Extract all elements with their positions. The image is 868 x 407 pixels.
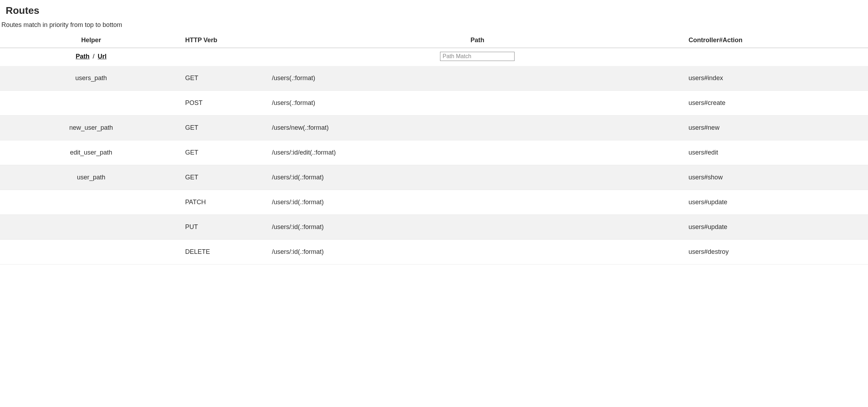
route-helper: user_path — [0, 165, 182, 190]
route-action: users#index — [686, 66, 868, 91]
helper-toggle-url-link[interactable]: Url — [98, 53, 106, 60]
column-header-path: Path — [269, 33, 686, 48]
routes-table: Helper HTTP Verb Path Controller#Action … — [0, 33, 868, 264]
route-helper — [0, 240, 182, 264]
route-verb: PATCH — [182, 190, 269, 215]
route-action: users#new — [686, 116, 868, 140]
route-path: /users/:id(.:format) — [269, 165, 686, 190]
route-helper — [0, 215, 182, 240]
route-verb: PUT — [182, 215, 269, 240]
route-path: /users/:id(.:format) — [269, 190, 686, 215]
path-match-input[interactable] — [440, 52, 515, 61]
column-header-helper: Helper — [0, 33, 182, 48]
route-path: /users/:id(.:format) — [269, 215, 686, 240]
route-action: users#edit — [686, 140, 868, 165]
route-helper: users_path — [0, 66, 182, 91]
route-action: users#update — [686, 190, 868, 215]
helper-toggle-path-link[interactable]: Path — [76, 53, 89, 60]
route-row: POST/users(.:format)users#create — [0, 91, 868, 116]
route-action: users#update — [686, 215, 868, 240]
table-header-row: Helper HTTP Verb Path Controller#Action — [0, 33, 868, 48]
route-action: users#destroy — [686, 240, 868, 264]
route-row: new_user_pathGET/users/new(.:format)user… — [0, 116, 868, 140]
route-verb: GET — [182, 116, 269, 140]
route-row: PATCH/users/:id(.:format)users#update — [0, 190, 868, 215]
route-path: /users(.:format) — [269, 91, 686, 116]
route-row: user_pathGET/users/:id(.:format)users#sh… — [0, 165, 868, 190]
route-path: /users/new(.:format) — [269, 116, 686, 140]
page-subtitle: Routes match in priority from top to bot… — [0, 20, 868, 33]
column-header-verb: HTTP Verb — [182, 33, 269, 48]
route-path: /users/:id(.:format) — [269, 240, 686, 264]
filter-row: Path / Url — [0, 48, 868, 66]
route-row: users_pathGET/users(.:format)users#index — [0, 66, 868, 91]
route-action: users#show — [686, 165, 868, 190]
column-header-action: Controller#Action — [686, 33, 868, 48]
route-verb: DELETE — [182, 240, 269, 264]
route-verb: GET — [182, 66, 269, 91]
helper-toggle: Path / Url — [76, 53, 106, 60]
helper-toggle-separator: / — [91, 53, 96, 60]
route-verb: GET — [182, 140, 269, 165]
page-title: Routes — [0, 0, 868, 20]
route-path: /users(.:format) — [269, 66, 686, 91]
route-helper: new_user_path — [0, 116, 182, 140]
routes-page: Routes Routes match in priority from top… — [0, 0, 868, 264]
route-row: edit_user_pathGET/users/:id/edit(.:forma… — [0, 140, 868, 165]
route-helper: edit_user_path — [0, 140, 182, 165]
route-verb: POST — [182, 91, 269, 116]
routes-body: users_pathGET/users(.:format)users#index… — [0, 66, 868, 264]
route-path: /users/:id/edit(.:format) — [269, 140, 686, 165]
route-row: PUT/users/:id(.:format)users#update — [0, 215, 868, 240]
route-action: users#create — [686, 91, 868, 116]
route-helper — [0, 91, 182, 116]
route-row: DELETE/users/:id(.:format)users#destroy — [0, 240, 868, 264]
route-verb: GET — [182, 165, 269, 190]
route-helper — [0, 190, 182, 215]
